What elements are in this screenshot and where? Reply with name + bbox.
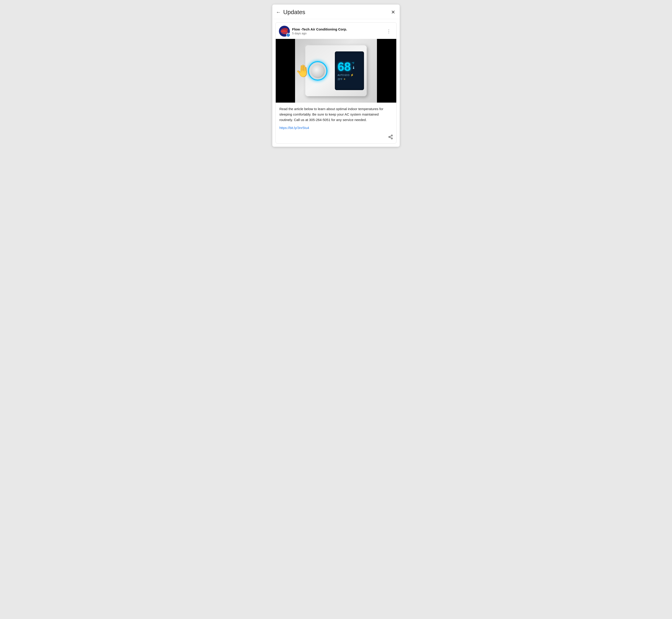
dial-area: 🤚 bbox=[308, 61, 327, 80]
scroll-area: ✓ Flow -Tech Air Conditioning Corp. 5 da… bbox=[272, 19, 400, 147]
thermostat-scene: 🤚 68 °F bbox=[276, 39, 396, 102]
share-button[interactable] bbox=[388, 134, 393, 141]
dial-knob bbox=[312, 65, 324, 77]
thermostat-screen: 68 °F 🌡 AUTO ECO ⚡ bbox=[335, 51, 364, 90]
more-options-button[interactable]: ⋮ bbox=[385, 27, 393, 35]
author-name: Flow -Tech Air Conditioning Corp. bbox=[292, 27, 347, 31]
svg-line-8 bbox=[390, 136, 391, 137]
sun-icon: ☀ bbox=[343, 78, 346, 81]
thermostat-device: 🤚 68 °F bbox=[305, 45, 367, 96]
verified-badge: ✓ bbox=[286, 33, 290, 37]
thermometer-icon: 🌡 bbox=[352, 65, 356, 70]
header-left: ← Updates bbox=[276, 9, 305, 16]
post-card: ✓ Flow -Tech Air Conditioning Corp. 5 da… bbox=[275, 22, 397, 144]
post-time: 5 days ago bbox=[292, 31, 347, 35]
page-title: Updates bbox=[283, 9, 305, 16]
post-image: 🤚 68 °F bbox=[276, 39, 396, 102]
secondary-temp: 23°F bbox=[338, 78, 342, 80]
share-icon bbox=[388, 134, 393, 139]
author-info: ✓ Flow -Tech Air Conditioning Corp. 5 da… bbox=[279, 26, 347, 37]
mode-label: AUTO ECO bbox=[338, 74, 349, 76]
post-link[interactable]: https://bit.ly/3nr5Iu4 bbox=[279, 126, 309, 130]
close-button[interactable]: ✕ bbox=[391, 10, 395, 15]
updates-panel: ← Updates ✕ bbox=[272, 5, 400, 147]
temp-unit: °F bbox=[352, 62, 354, 65]
dial-ring bbox=[308, 61, 327, 80]
author-text: Flow -Tech Air Conditioning Corp. 5 days… bbox=[292, 27, 347, 35]
secondary-row: 23°F ☀ bbox=[338, 78, 346, 81]
svg-line-7 bbox=[390, 137, 391, 138]
post-body: Read the article below to learn about op… bbox=[276, 102, 396, 133]
back-button[interactable]: ← bbox=[276, 9, 281, 15]
hand-icon: 🤚 bbox=[295, 64, 310, 78]
panel-header: ← Updates ✕ bbox=[272, 5, 400, 19]
temperature-display: 68 bbox=[338, 61, 351, 73]
thermostat-bg: 🤚 68 °F bbox=[295, 39, 377, 102]
eco-icon: ⚡ bbox=[350, 73, 354, 77]
post-header: ✓ Flow -Tech Air Conditioning Corp. 5 da… bbox=[276, 22, 396, 39]
checkmark-icon: ✓ bbox=[287, 34, 289, 36]
mode-row: AUTO ECO ⚡ bbox=[338, 73, 354, 77]
post-text: Read the article below to learn about op… bbox=[279, 106, 393, 123]
post-footer bbox=[276, 133, 396, 143]
avatar: ✓ bbox=[279, 26, 290, 37]
